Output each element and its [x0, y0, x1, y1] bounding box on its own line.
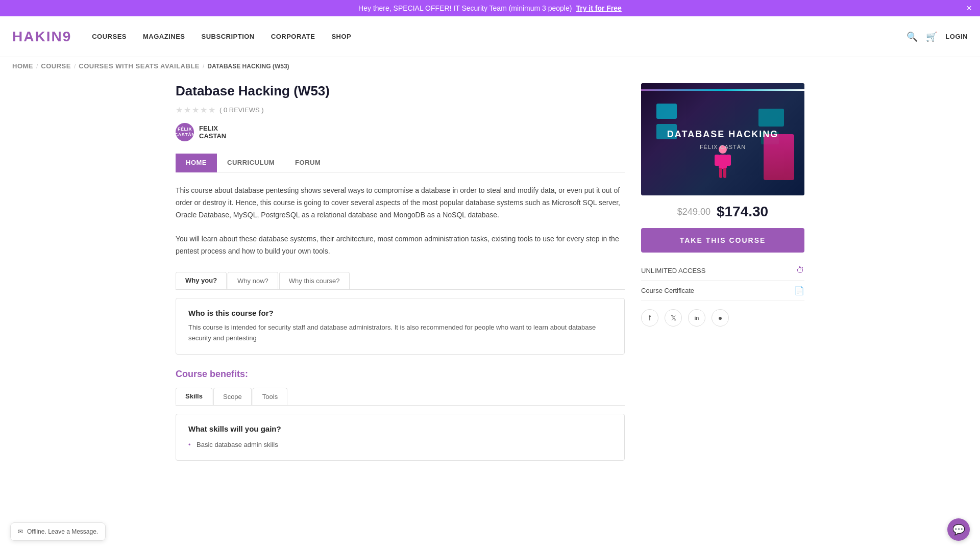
nav-shop[interactable]: SHOP — [331, 33, 351, 40]
breadcrumb: HOME / COURSE / COURSES WITH SEATS AVAIL… — [0, 57, 980, 75]
sub-tab-scope[interactable]: Scope — [213, 388, 252, 405]
nav-subscription[interactable]: SUBSCRIPTION — [202, 33, 255, 40]
linkedin-icon: in — [695, 315, 699, 321]
reviews-count: ( 0 REVIEWS ) — [219, 106, 264, 114]
reddit-icon: ● — [718, 314, 722, 322]
nav-magazines[interactable]: MAGAZINES — [143, 33, 185, 40]
take-course-button[interactable]: TAKE THIS COURSE — [641, 228, 804, 253]
twitter-icon: 𝕏 — [671, 314, 676, 322]
skills-box: What skills will you gain? Basic databas… — [176, 414, 625, 461]
breadcrumb-courses-seats[interactable]: COURSES WITH SEATS AVAILABLE — [79, 62, 200, 70]
star-1: ★ — [176, 105, 183, 115]
rating-row: ★ ★ ★ ★ ★ ( 0 REVIEWS ) — [176, 105, 625, 115]
star-3: ★ — [192, 105, 199, 115]
facebook-button[interactable]: f — [641, 309, 658, 327]
author-name: FELIXCASTAN — [199, 124, 226, 140]
feature-certificate: Course Certificate 📄 — [641, 281, 804, 301]
login-button[interactable]: LOGIN — [945, 33, 968, 40]
cart-button[interactable]: 🛒 — [926, 31, 937, 42]
breadcrumb-current: DATABASE HACKING (W53) — [207, 63, 289, 70]
avatar-initials: FÉLIX CASTÁN — [174, 126, 197, 139]
feature-unlimited-access: UNLIMITED ACCESS ⏱ — [641, 261, 804, 281]
sub-tab-why-now[interactable]: Why now? — [228, 272, 278, 289]
search-button[interactable]: 🔍 — [906, 31, 918, 42]
banner-message: Hey there, SPECIAL OFFER! IT Security Te… — [358, 4, 572, 12]
svg-rect-4 — [719, 168, 722, 178]
benefits-title: Course benefits: — [176, 369, 625, 380]
nav-corporate[interactable]: CORPORATE — [271, 33, 315, 40]
breadcrumb-sep-3: / — [203, 63, 204, 70]
course-image-author: FÉLIX CASTÁN — [700, 144, 746, 150]
linkedin-button[interactable]: in — [688, 309, 705, 327]
header-actions: 🔍 🛒 LOGIN — [906, 31, 968, 42]
tab-forum[interactable]: FORUM — [285, 154, 331, 172]
sub-tab-why-you[interactable]: Why you? — [176, 272, 227, 289]
author-row: FÉLIX CASTÁN FELIXCASTAN — [176, 123, 625, 141]
unlimited-access-label: UNLIMITED ACCESS — [641, 267, 705, 274]
course-title: Database Hacking (W53) — [176, 83, 625, 99]
breadcrumb-home[interactable]: HOME — [12, 62, 33, 70]
skills-tab-bar: Skills Scope Tools — [176, 388, 625, 406]
main-layout: Database Hacking (W53) ★ ★ ★ ★ ★ ( 0 REV… — [163, 75, 817, 481]
why-tab-bar: Why you? Why now? Why this course? — [176, 272, 625, 290]
list-item: Basic database admin skills — [188, 439, 612, 450]
breadcrumb-sep-2: / — [74, 63, 76, 70]
logo: HAKIN9 — [12, 29, 71, 45]
who-is-this-for-box: Who is this course for? This course is i… — [176, 298, 625, 355]
clock-icon: ⏱ — [796, 266, 804, 275]
course-image-bg: DATABASE HACKING FÉLIX CASTÁN — [641, 83, 804, 195]
nav-courses[interactable]: COURSES — [92, 33, 127, 40]
star-4: ★ — [200, 105, 207, 115]
twitter-button[interactable]: 𝕏 — [665, 309, 682, 327]
sub-tab-why-this[interactable]: Why this course? — [279, 272, 350, 289]
facebook-icon: f — [649, 314, 651, 322]
course-sidebar: DATABASE HACKING FÉLIX CASTÁN $249.00 $1… — [641, 83, 804, 461]
svg-rect-1 — [719, 155, 727, 169]
cart-icon: 🛒 — [926, 31, 937, 42]
star-rating: ★ ★ ★ ★ ★ — [176, 105, 215, 115]
price-row: $249.00 $174.30 — [641, 204, 804, 220]
skills-list: Basic database admin skills — [188, 439, 612, 450]
breadcrumb-sep-1: / — [36, 63, 38, 70]
search-icon: 🔍 — [906, 31, 918, 42]
content-area: Database Hacking (W53) ★ ★ ★ ★ ★ ( 0 REV… — [176, 83, 625, 461]
certificate-label: Course Certificate — [641, 287, 694, 294]
banner-cta[interactable]: Try it for Free — [576, 4, 621, 12]
reddit-button[interactable]: ● — [712, 309, 729, 327]
db-icon-1 — [656, 104, 677, 119]
price-original: $249.00 — [677, 207, 710, 217]
db-icon-3 — [758, 109, 784, 127]
avatar: FÉLIX CASTÁN — [176, 123, 194, 141]
svg-rect-3 — [726, 155, 731, 166]
tab-curriculum[interactable]: CURRICULUM — [217, 154, 285, 172]
course-image: DATABASE HACKING FÉLIX CASTÁN — [641, 83, 804, 195]
breadcrumb-course[interactable]: COURSE — [41, 62, 71, 70]
skills-heading: What skills will you gain? — [188, 424, 612, 433]
pink-accent — [764, 134, 794, 180]
star-5: ★ — [208, 105, 215, 115]
who-text: This course is intended for security sta… — [188, 322, 612, 344]
tab-home[interactable]: HOME — [176, 154, 217, 172]
certificate-icon: 📄 — [794, 286, 804, 295]
banner-close-button[interactable]: × — [966, 4, 972, 13]
logo-text: HAKIN9 — [12, 29, 71, 44]
price-current: $174.30 — [717, 204, 768, 220]
course-image-title: DATABASE HACKING — [667, 129, 778, 140]
sub-tab-skills[interactable]: Skills — [176, 388, 212, 405]
who-heading: Who is this course for? — [188, 309, 612, 317]
human-figure — [713, 144, 733, 185]
main-nav: COURSES MAGAZINES SUBSCRIPTION CORPORATE… — [92, 33, 906, 40]
social-row: f 𝕏 in ● — [641, 309, 804, 327]
top-banner: Hey there, SPECIAL OFFER! IT Security Te… — [0, 0, 980, 16]
svg-rect-2 — [715, 155, 720, 166]
course-description: This course about database pentesting sh… — [176, 185, 625, 258]
star-2: ★ — [184, 105, 191, 115]
header: HAKIN9 COURSES MAGAZINES SUBSCRIPTION CO… — [0, 16, 980, 57]
svg-rect-5 — [723, 168, 726, 178]
line-accent — [641, 89, 804, 91]
sub-tab-tools[interactable]: Tools — [253, 388, 287, 405]
course-tab-bar: HOME CURRICULUM FORUM — [176, 154, 625, 172]
